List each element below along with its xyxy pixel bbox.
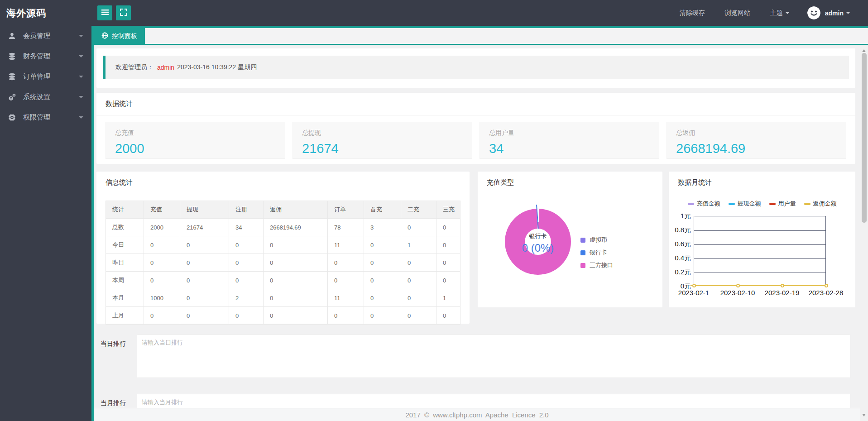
theme-label: 主题 [770,9,783,17]
legend-swatch [580,250,585,255]
legend-item[interactable]: 三方接口 [580,261,613,269]
legend-label: 返佣金额 [813,200,837,208]
table-cell: 2000 [144,219,180,236]
scroll-up-arrow[interactable] [862,48,866,52]
table-cell: 0 [144,272,180,289]
gridline [694,258,825,259]
table-header-row: 统计充值提现注册返佣订单首充二充三充 [106,201,460,219]
table-cell: 0 [144,307,180,325]
y-tick-label: 0.8元 [664,226,691,234]
stat-value: 21674 [302,141,463,156]
table-cell: 0 [264,307,328,325]
legend-label: 充值金额 [697,200,720,208]
series-line [691,285,826,286]
welcome-message: 欢迎管理员： admin 2023-03-16 10:39:22 星期四 [103,56,849,79]
table-cell: 上月 [106,307,144,325]
table-cell: 0 [401,254,436,272]
table-cell: 0 [328,254,364,272]
table-cell: 0 [264,236,328,254]
legend-item[interactable]: 返佣金额 [804,200,837,208]
sidebar-item-settings[interactable]: 系统设置 [0,87,91,107]
welcome-datetime: 2023-03-16 10:39:22 星期四 [177,63,257,72]
y-tick-label: 0.4元 [664,254,691,263]
sidebar-accent-line [91,26,94,421]
footer-text: 2017 © www.cltphp.com Apache Licence 2.0 [405,411,548,419]
theme-menu[interactable]: 主题 [770,9,789,17]
daily-ranking-input[interactable] [137,334,850,378]
table-body: 总数200021674342668194.6978300今日000011010昨… [106,219,460,325]
section-title: 信息统计 [96,172,470,194]
table-cell: 今日 [106,236,144,254]
sidebar-item-finance[interactable]: 财务管理 [0,46,91,67]
column-header: 三充 [436,201,460,219]
table-cell: 0 [180,236,229,254]
sidebar-item-orders[interactable]: 订单管理 [0,67,91,87]
globe-icon [101,32,108,40]
sidebar-item-label: 权限管理 [23,113,79,122]
fullscreen-icon [120,9,127,17]
legend-item[interactable]: 用户量 [769,200,796,208]
table-cell: 1 [401,236,436,254]
daily-ranking-label: 当日排行 [96,340,126,348]
browse-site-link[interactable]: 浏览网站 [725,9,750,17]
sidebar-item-label: 系统设置 [23,93,79,101]
info-stats-card: 信息统计 统计充值提现注册返佣订单首充二充三充总数200021674342668… [96,172,470,324]
table-cell: 21674 [180,219,229,236]
x-tick-label: 2023-02-1 [678,289,709,297]
stat-value: 2000 [115,141,276,156]
header-accent-line [91,26,868,28]
table-cell: 0 [180,254,229,272]
x-tick-label: 2023-02-10 [720,289,755,297]
sidebar-item-members[interactable]: 会员管理 [0,26,91,46]
table-row: 今日000011010 [106,236,460,254]
column-header: 返佣 [264,201,328,219]
table-cell: 本月 [106,289,144,307]
collapse-sidebar-button[interactable] [97,5,112,20]
scrollbar-thumb[interactable] [862,53,867,223]
user-menu[interactable]: admin [825,10,850,17]
avatar[interactable] [807,6,820,19]
stat-label: 总用户量 [489,129,650,137]
table-row: 本月100002011001 [106,289,460,307]
tab-dashboard[interactable]: 控制面板 [94,28,145,44]
pie-center-category: 银行卡 [505,232,571,240]
table-cell: 0 [436,254,460,272]
table-cell: 0 [401,307,436,325]
stat-card: 总用户量34 [480,122,659,159]
pie-leader-line [536,205,539,231]
table-header: 统计充值提现注册返佣订单首充二充三充 [106,201,460,219]
chevron-down-icon [79,116,83,121]
table-cell: 本周 [106,272,144,289]
table-cell: 1000 [144,289,180,307]
table-cell: 11 [328,236,364,254]
scroll-down-arrow[interactable] [862,414,866,418]
sidebar-item-label: 财务管理 [23,52,79,61]
monthly-ranking-label: 当月排行 [96,399,126,407]
section-title: 充值类型 [478,172,662,194]
top-bar: 海外源码 清除缓存 浏览网站 主题 admin [0,0,868,26]
table-cell: 3 [364,219,401,236]
table-cell: 0 [180,272,229,289]
legend-item[interactable]: 充值金额 [688,200,720,208]
sidebar-item-permissions[interactable]: 权限管理 [0,107,91,128]
stat-card: 总充值2000 [106,122,285,159]
clear-cache-link[interactable]: 清除缓存 [680,9,705,17]
table-cell: 0 [364,307,401,325]
donut-chart[interactable]: 银行卡 0 (0%) [505,209,571,275]
legend-item[interactable]: 提现金额 [729,200,761,208]
table-cell: 0 [229,272,264,289]
database-icon [8,73,17,81]
chevron-down-icon [79,35,83,39]
fullscreen-button[interactable] [116,5,131,20]
stat-label: 总提现 [302,129,463,137]
sidebar-item-label: 订单管理 [23,72,79,81]
table-cell: 0 [180,307,229,325]
gears-icon [8,93,17,101]
table-row: 上月00000000 [106,307,460,325]
legend-item[interactable]: 银行卡 [580,249,613,257]
table-row: 本周00000000 [106,272,460,289]
legend-item[interactable]: 虚拟币 [580,236,613,244]
database-icon [8,53,17,60]
legend-swatch [688,203,694,205]
column-header: 注册 [229,201,264,219]
